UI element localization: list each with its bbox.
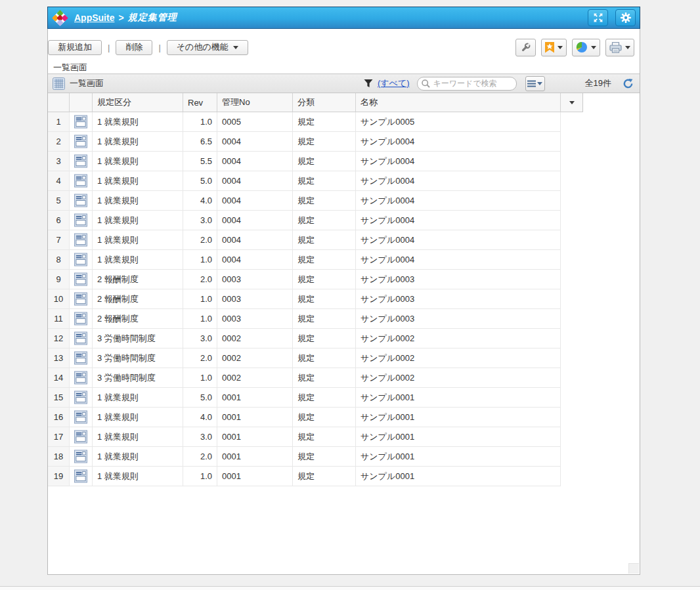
table-row[interactable]: 5 1 就業規則 4.0 0004 規定 サンプル0004 bbox=[48, 191, 561, 211]
cell-manage-no: 0002 bbox=[217, 368, 293, 387]
table-row[interactable]: 15 1 就業規則 5.0 0001 規定 サンプル0001 bbox=[48, 388, 561, 408]
table-row[interactable]: 16 1 就業規則 4.0 0001 規定 サンプル0001 bbox=[48, 408, 561, 427]
list-panel-title: 一覧画面 bbox=[70, 77, 104, 89]
favorites-button[interactable] bbox=[541, 39, 567, 56]
open-record-button[interactable] bbox=[70, 250, 93, 269]
settings-button[interactable] bbox=[615, 9, 636, 26]
cell-rev: 1.0 bbox=[183, 467, 217, 486]
fullscreen-button[interactable] bbox=[588, 9, 608, 26]
add-record-button[interactable]: 新規追加 bbox=[48, 40, 102, 55]
column-header-classification[interactable]: 分類 bbox=[293, 93, 356, 112]
delete-button[interactable]: 削除 bbox=[116, 40, 152, 55]
chevron-down-icon bbox=[558, 46, 563, 49]
open-record-button[interactable] bbox=[70, 348, 93, 368]
pie-chart-icon bbox=[576, 41, 588, 53]
cell-category: 1 就業規則 bbox=[93, 427, 183, 446]
table-row[interactable]: 11 2 報酬制度 1.0 0003 規定 サンプル0003 bbox=[48, 309, 561, 329]
cell-name: サンプル0003 bbox=[356, 309, 561, 328]
admin-tools-button[interactable] bbox=[515, 39, 536, 56]
table-row[interactable]: 19 1 就業規則 1.0 0001 規定 サンプル0001 bbox=[48, 467, 561, 486]
cell-name: サンプル0001 bbox=[356, 427, 561, 446]
cell-name: サンプル0004 bbox=[356, 171, 561, 190]
cell-rev: 2.0 bbox=[183, 230, 217, 249]
cell-rev: 1.0 bbox=[183, 309, 217, 328]
table-row[interactable]: 9 2 報酬制度 2.0 0003 規定 サンプル0003 bbox=[48, 270, 561, 289]
scrollbar-corner bbox=[628, 563, 639, 574]
table-row[interactable]: 10 2 報酬制度 1.0 0003 規定 サンプル0003 bbox=[48, 289, 561, 309]
app-title: 規定集管理 bbox=[128, 12, 177, 24]
open-record-button[interactable] bbox=[70, 408, 93, 427]
cell-manage-no: 0001 bbox=[217, 447, 293, 466]
filter-all-link[interactable]: (すべて) bbox=[378, 77, 410, 89]
cell-manage-no: 0004 bbox=[217, 191, 293, 210]
cell-name: サンプル0004 bbox=[356, 211, 561, 230]
open-record-button[interactable] bbox=[70, 329, 93, 348]
record-form-icon bbox=[74, 430, 87, 444]
row-number: 16 bbox=[48, 408, 70, 427]
table-row[interactable]: 17 1 就業規則 3.0 0001 規定 サンプル0001 bbox=[48, 427, 561, 447]
open-record-button[interactable] bbox=[70, 368, 93, 387]
search-icon bbox=[422, 79, 430, 88]
open-record-button[interactable] bbox=[70, 427, 93, 446]
refresh-button[interactable] bbox=[623, 78, 634, 89]
open-record-button[interactable] bbox=[70, 171, 93, 190]
open-record-button[interactable] bbox=[70, 132, 93, 151]
table-row[interactable]: 6 1 就業規則 3.0 0004 規定 サンプル0004 bbox=[48, 211, 561, 230]
header-row-number bbox=[48, 93, 70, 112]
cell-classification: 規定 bbox=[293, 230, 356, 249]
row-number: 17 bbox=[48, 427, 70, 446]
open-record-button[interactable] bbox=[70, 289, 93, 308]
cell-manage-no: 0004 bbox=[217, 250, 293, 269]
open-record-button[interactable] bbox=[70, 309, 93, 328]
open-record-button[interactable] bbox=[70, 270, 93, 289]
cell-category: 3 労働時間制度 bbox=[93, 329, 183, 348]
record-form-icon bbox=[74, 115, 87, 129]
cell-name: サンプル0001 bbox=[356, 388, 561, 407]
open-record-button[interactable] bbox=[70, 447, 93, 466]
table-row[interactable]: 7 1 就業規則 2.0 0004 規定 サンプル0004 bbox=[48, 230, 561, 250]
open-record-button[interactable] bbox=[70, 388, 93, 407]
list-options-button[interactable] bbox=[525, 76, 545, 91]
cell-manage-no: 0003 bbox=[217, 270, 293, 289]
column-menu-button[interactable] bbox=[561, 93, 583, 112]
appsuite-home-link[interactable]: AppSuite bbox=[74, 12, 114, 23]
column-header-rev[interactable]: Rev bbox=[183, 93, 217, 112]
table-row[interactable]: 12 3 労働時間制度 3.0 0002 規定 サンプル0002 bbox=[48, 329, 561, 348]
table-row[interactable]: 2 1 就業規則 6.5 0004 規定 サンプル0004 bbox=[48, 132, 561, 152]
toolbar-separator: | bbox=[108, 43, 110, 53]
cell-category: 1 就業規則 bbox=[93, 112, 183, 131]
table-row[interactable]: 13 3 労働時間制度 2.0 0002 規定 サンプル0002 bbox=[48, 348, 561, 368]
print-button[interactable] bbox=[605, 39, 634, 56]
funnel-icon[interactable] bbox=[364, 79, 373, 88]
record-form-icon bbox=[74, 194, 87, 207]
open-record-button[interactable] bbox=[70, 467, 93, 486]
cell-category: 1 就業規則 bbox=[93, 171, 183, 190]
table-row[interactable]: 4 1 就業規則 5.0 0004 規定 サンプル0004 bbox=[48, 171, 561, 191]
record-form-icon bbox=[74, 213, 87, 227]
column-header-manage-no[interactable]: 管理No bbox=[217, 93, 293, 112]
table-row[interactable]: 3 1 就業規則 5.5 0004 規定 サンプル0004 bbox=[48, 152, 561, 171]
table-row[interactable]: 14 3 労働時間制度 1.0 0002 規定 サンプル0002 bbox=[48, 368, 561, 388]
open-record-button[interactable] bbox=[70, 191, 93, 210]
open-record-button[interactable] bbox=[70, 152, 93, 171]
cell-classification: 規定 bbox=[293, 132, 356, 151]
table-row[interactable]: 18 1 就業規則 2.0 0001 規定 サンプル0001 bbox=[48, 447, 561, 467]
open-record-button[interactable] bbox=[70, 211, 93, 230]
record-form-icon bbox=[74, 450, 87, 463]
more-functions-button[interactable]: その他の機能 bbox=[167, 40, 248, 55]
open-record-button[interactable] bbox=[70, 230, 93, 249]
row-number: 5 bbox=[48, 191, 70, 210]
table-row[interactable]: 8 1 就業規則 1.0 0004 規定 サンプル0004 bbox=[48, 250, 561, 270]
row-number: 15 bbox=[48, 388, 70, 407]
cell-manage-no: 0004 bbox=[217, 152, 293, 171]
column-header-category[interactable]: 規定区分 bbox=[93, 93, 183, 112]
row-number: 13 bbox=[48, 348, 70, 368]
chart-button[interactable] bbox=[572, 39, 600, 56]
cell-manage-no: 0003 bbox=[217, 309, 293, 328]
cell-name: サンプル0002 bbox=[356, 348, 561, 368]
table-row[interactable]: 1 1 就業規則 1.0 0005 規定 サンプル0005 bbox=[48, 112, 561, 132]
keyword-search-input[interactable] bbox=[417, 77, 517, 91]
cell-classification: 規定 bbox=[293, 408, 356, 427]
column-header-name[interactable]: 名称 bbox=[356, 93, 561, 112]
open-record-button[interactable] bbox=[70, 112, 93, 131]
